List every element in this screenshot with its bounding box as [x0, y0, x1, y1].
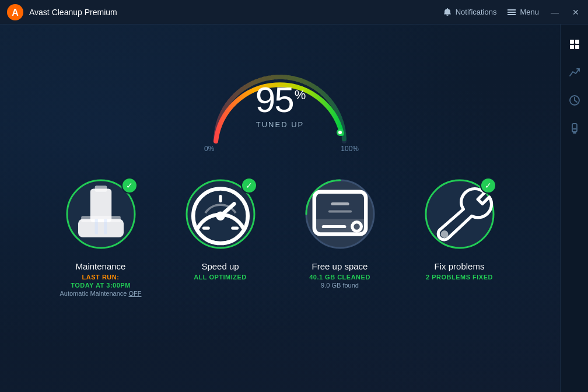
card-name-maintenance: Maintenance: [76, 261, 126, 271]
card-sub-freespace: 9.0 GB found: [321, 282, 359, 289]
gauge-max-label: 100%: [341, 145, 359, 153]
titlebar: A Avast Cleanup Premium Notifications Me…: [0, 0, 588, 24]
card-link-maintenance: Automatic Maintenance OFF: [60, 290, 141, 297]
svg-text:A: A: [12, 8, 19, 18]
card-speedup[interactable]: ✓ Speed up ALL OPTIMIZED: [169, 176, 271, 282]
svg-point-6: [338, 131, 342, 134]
gauge-min-label: 0%: [204, 145, 214, 153]
gauge-section: 95% TUNED UP 0% 100%: [198, 48, 362, 153]
gauge-percent: 95%: [256, 82, 305, 118]
sidebar-history-button[interactable]: [561, 86, 589, 114]
auto-maintenance-link[interactable]: OFF: [129, 290, 142, 297]
app-title: Avast Cleanup Premium: [29, 8, 117, 17]
gauge-value-display: 95% TUNED UP: [256, 82, 305, 129]
menu-button[interactable]: Menu: [507, 8, 539, 17]
notifications-label: Notifications: [456, 8, 497, 16]
grid-icon: [569, 38, 580, 50]
card-check-maintenance: ✓: [121, 177, 138, 194]
harddisk-icon: [302, 174, 378, 255]
chart-icon: [569, 66, 580, 78]
card-circle-speedup: ✓: [183, 176, 258, 252]
content-area: 95% TUNED UP 0% 100%: [0, 24, 560, 392]
gauge-label: TUNED UP: [256, 120, 305, 129]
app-logo: A: [7, 4, 23, 20]
svg-rect-10: [81, 216, 121, 222]
svg-rect-32: [575, 40, 579, 44]
card-circle-freespace: ✓: [302, 176, 378, 252]
cards-row: ✓ Maintenance LAST RUN: TODAY AT 3:00PM …: [50, 176, 510, 297]
menu-label: Menu: [520, 8, 539, 16]
svg-rect-34: [575, 45, 579, 49]
card-name-fixproblems: Fix problems: [435, 261, 485, 271]
right-sidebar: [560, 24, 588, 392]
titlebar-left: A Avast Cleanup Premium: [7, 4, 117, 20]
card-maintenance[interactable]: ✓ Maintenance LAST RUN: TODAY AT 3:00PM …: [50, 176, 152, 297]
titlebar-right: Notifications Menu — ✕: [443, 7, 581, 18]
device-icon: [569, 123, 580, 134]
bell-icon: [443, 8, 452, 17]
sidebar-device-button[interactable]: [561, 114, 589, 142]
svg-rect-33: [570, 45, 574, 49]
card-status-freespace: 40.1 GB CLEANED: [309, 274, 370, 281]
svg-rect-36: [572, 124, 577, 132]
card-name-freespace: Free up space: [312, 261, 368, 271]
close-button[interactable]: ✕: [570, 7, 581, 18]
menu-icon: [507, 8, 516, 17]
svg-rect-31: [570, 40, 574, 44]
sidebar-grid-button[interactable]: [561, 30, 589, 58]
minimize-button[interactable]: —: [550, 7, 560, 18]
gauge-container: 95% TUNED UP 0% 100%: [198, 48, 362, 153]
card-freespace[interactable]: ✓ Free up space 40.1 GB CLEANED 9.0 GB f…: [289, 176, 391, 289]
svg-point-30: [440, 230, 448, 238]
card-circle-maintenance: ✓: [63, 176, 139, 252]
svg-rect-13: [94, 186, 107, 191]
notifications-button[interactable]: Notifications: [443, 8, 497, 17]
history-icon: [569, 94, 580, 106]
main-layout: 95% TUNED UP 0% 100%: [0, 24, 588, 392]
card-check-speedup: ✓: [241, 177, 257, 194]
card-detail-maintenance: TODAY AT 3:00PM: [71, 282, 131, 289]
svg-rect-2: [508, 9, 516, 10]
card-fixproblems[interactable]: ✓ Fix problems 2 PROBLEMS FIXED: [408, 176, 510, 282]
svg-rect-4: [508, 14, 516, 15]
card-status-speedup: ALL OPTIMIZED: [194, 274, 247, 281]
sidebar-chart-button[interactable]: [561, 58, 589, 86]
card-name-speedup: Speed up: [201, 261, 239, 271]
card-status-maintenance: LAST RUN:: [82, 274, 120, 281]
card-status-fixproblems: 2 PROBLEMS FIXED: [426, 274, 493, 281]
card-circle-fixproblems: ✓: [422, 176, 498, 252]
card-check-fixproblems: ✓: [480, 177, 496, 194]
svg-point-17: [216, 212, 225, 221]
svg-rect-3: [508, 12, 516, 13]
